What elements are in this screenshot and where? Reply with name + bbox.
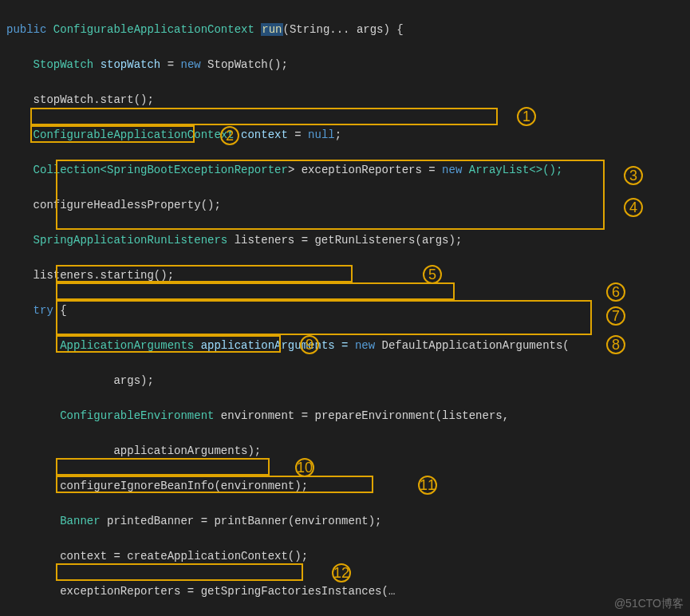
code-line: StopWatch stopWatch = new StopWatch(); xyxy=(6,56,684,73)
type: ArrayList<>(); xyxy=(462,164,562,176)
code-line: configureIgnoreBeanInfo(environment); xyxy=(6,477,684,495)
keyword: public xyxy=(6,23,46,36)
var: applicationArguments = xyxy=(194,339,355,352)
annotation-6: 6 xyxy=(606,282,625,302)
type: ApplicationArguments xyxy=(60,339,194,352)
code-line: stopWatch.start(); xyxy=(6,91,684,109)
code-block: public ConfigurableApplicationContext ru… xyxy=(0,0,690,616)
annotation-4: 4 xyxy=(624,198,643,217)
keyword: try xyxy=(34,304,53,317)
text: > exceptionReporters = xyxy=(288,164,442,176)
annotation-5: 5 xyxy=(423,265,442,284)
type: ConfigurableApplicationContext xyxy=(34,128,235,141)
annotation-2: 2 xyxy=(220,126,239,145)
code-line: try { xyxy=(6,302,684,319)
type: Banner xyxy=(60,515,100,527)
ctor: StopWatch(); xyxy=(201,58,288,71)
code-line: exceptionReporters = getSpringFactoriesI… xyxy=(6,582,684,600)
code-line: ApplicationArguments applicationArgument… xyxy=(6,337,684,354)
stmt: args); xyxy=(113,374,153,387)
code-line: context = createApplicationContext(); xyxy=(6,547,684,565)
annotation-12: 12 xyxy=(332,563,351,582)
stmt: printedBanner = printBanner(environment)… xyxy=(101,515,382,527)
annotation-9: 9 xyxy=(300,335,319,354)
ellipsis: … xyxy=(388,585,395,598)
type: SpringBootExceptionReporter xyxy=(107,164,288,176)
signature: (String... args) { xyxy=(283,23,404,36)
stmt: listeners.starting(); xyxy=(34,269,174,282)
code-line: listeners.starting(); xyxy=(6,267,684,284)
var: stopWatch xyxy=(101,58,161,71)
keyword: new xyxy=(180,58,200,71)
code-line: SpringApplicationRunListeners listeners … xyxy=(6,231,684,249)
code-line: public ConfigurableApplicationContext ru… xyxy=(6,21,684,38)
stmt: configureHeadlessProperty(); xyxy=(34,199,221,211)
annotation-11: 11 xyxy=(418,476,437,495)
watermark: @51CTO博客 xyxy=(614,597,684,611)
annotation-7: 7 xyxy=(606,306,625,326)
type: ConfigurableApplicationContext xyxy=(53,23,254,36)
annotation-8: 8 xyxy=(606,335,625,354)
stmt: exceptionReporters = getSpringFactoriesI… xyxy=(60,585,388,598)
var: context xyxy=(235,128,288,141)
code-line: args); xyxy=(6,372,684,389)
code-line: Collection<SpringBootExceptionReporter> … xyxy=(6,161,684,179)
keyword: null xyxy=(308,128,335,141)
stmt: applicationArguments); xyxy=(113,444,261,457)
annotation-10: 10 xyxy=(295,458,314,477)
method-run: run xyxy=(261,23,282,36)
code-line: Banner printedBanner = printBanner(envir… xyxy=(6,512,684,530)
type: Collection< xyxy=(34,164,107,176)
stmt: environment = prepareEnvironment(listene… xyxy=(214,409,509,422)
type: SpringApplicationRunListeners xyxy=(34,234,228,247)
type: ConfigurableEnvironment xyxy=(60,409,214,422)
code-line: ConfigurableApplicationContext context =… xyxy=(6,126,684,144)
keyword: new xyxy=(442,164,462,176)
code-line: applicationArguments); xyxy=(6,442,684,460)
punct: { xyxy=(53,304,67,317)
annotation-1: 1 xyxy=(517,107,536,126)
annotation-3: 3 xyxy=(624,166,643,185)
stmt: configureIgnoreBeanInfo(environment); xyxy=(60,480,308,492)
code-line: ConfigurableEnvironment environment = pr… xyxy=(6,407,684,424)
stmt: stopWatch.start(); xyxy=(34,93,154,106)
stmt: DefaultApplicationArguments( xyxy=(375,339,570,352)
punct: ; xyxy=(335,128,341,141)
op: = xyxy=(160,58,180,71)
keyword: new xyxy=(355,339,375,352)
stmt: context = createApplicationContext(); xyxy=(60,550,308,563)
code-line: configureHeadlessProperty(); xyxy=(6,196,684,214)
stmt: listeners = getRunListeners(args); xyxy=(227,234,462,247)
op: = xyxy=(288,128,308,141)
type: StopWatch xyxy=(34,58,94,71)
